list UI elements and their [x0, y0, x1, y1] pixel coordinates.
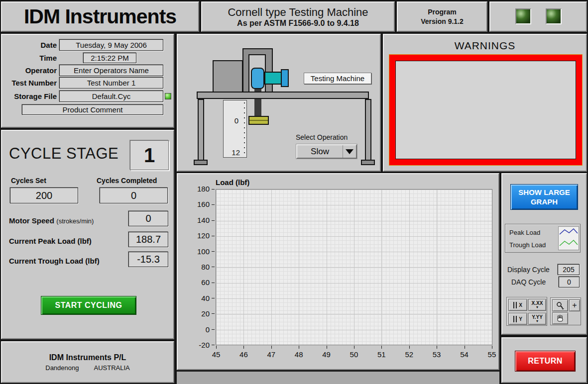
- cursor-tool-button[interactable]: +: [569, 299, 580, 311]
- header-program-panel: Program Version 9.1.2: [397, 1, 487, 32]
- test-info-panel: Date Tuesday, 9 May 2006 Time 2:15:22 PM…: [1, 34, 174, 128]
- x-axis-tick-label: 45: [209, 350, 224, 359]
- cycle-panel: CYCLE STAGE 1 Cycles Set Cycles Complete…: [1, 130, 174, 339]
- cycles-set-input[interactable]: 200: [10, 188, 78, 203]
- zoom-tool-button[interactable]: [552, 299, 568, 311]
- x-axis-tick-label: 51: [374, 350, 389, 359]
- x-format-dropdown-icon: ▾: [536, 305, 538, 309]
- testing-machine-label: Testing Machine: [304, 73, 371, 84]
- warnings-box: [389, 54, 583, 166]
- machine-left-foot: [194, 160, 208, 165]
- daq-cycle-value: 0: [559, 277, 580, 288]
- legend-line-samples[interactable]: [558, 226, 579, 250]
- machine-scale-ticks: [244, 102, 245, 155]
- time-label: Time: [2, 54, 57, 62]
- machine-platen-groove: [249, 120, 268, 121]
- x-axis-tick-label: 48: [291, 350, 306, 359]
- hand-icon: [556, 314, 564, 322]
- time-field: 2:15:22 PM: [83, 53, 136, 63]
- machine-motor-cap: [281, 69, 289, 87]
- machine-right-leg: [365, 99, 371, 161]
- operation-dropdown-value: Slow: [297, 145, 343, 158]
- legend-trough-label[interactable]: Trough Load: [509, 241, 546, 249]
- operator-label: Operator: [2, 66, 57, 75]
- x-axis-tick-label: 52: [402, 350, 417, 359]
- graph-legend: Peak Load Trough Load: [505, 224, 581, 253]
- status-led-2: [546, 8, 562, 24]
- warnings-panel: WARNINGS: [383, 34, 587, 172]
- storage-file-led: [165, 93, 171, 99]
- machine-left-leg: [198, 99, 204, 161]
- brand-title: IDM Instruments: [24, 5, 176, 28]
- machine-housing: [213, 60, 243, 94]
- select-operation-label: Select Operation: [296, 133, 348, 141]
- x-axis-tick-label: 47: [264, 350, 279, 359]
- trough-load-line-icon: [559, 238, 579, 249]
- graph-palette: +: [550, 297, 581, 325]
- y-format-button[interactable]: Y.YY ▾: [528, 313, 546, 325]
- plot-area[interactable]: [216, 189, 492, 345]
- company-city: Dandenong: [45, 364, 79, 372]
- operator-input[interactable]: Enter Operators Name: [59, 65, 163, 76]
- company-name: IDM Instruments P/L: [2, 353, 173, 362]
- y-axis-tick-label: 80: [201, 263, 210, 271]
- return-panel: RETURN: [501, 337, 587, 383]
- y-axis-tick-label: 160: [197, 200, 210, 208]
- machine-ram-rod: [254, 99, 261, 117]
- x-scale-lock-button[interactable]: X: [508, 299, 527, 311]
- y-axis-tick-label: 100: [197, 248, 210, 256]
- scale-legend: X X.XX ▾ Y Y.YY ▾: [506, 297, 547, 326]
- x-axis-labels: 4546474849505152535455: [209, 350, 499, 359]
- machine-platen: [248, 116, 269, 125]
- program-label: Program: [428, 7, 457, 17]
- machine-title: Cornell type Testing Machine: [228, 6, 368, 19]
- x-axis-tick-marks: [216, 346, 493, 349]
- cycles-completed-label: Cycles Completed: [97, 177, 157, 185]
- show-large-graph-button[interactable]: SHOW LARGE GRAPH: [510, 184, 578, 210]
- machine-motor-head: [251, 68, 264, 89]
- legend-peak-label[interactable]: Peak Load: [509, 229, 540, 236]
- motor-speed-unit: (strokes/min): [56, 217, 94, 225]
- y-axis-tick-label: 0: [206, 326, 210, 334]
- warnings-title: WARNINGS: [384, 40, 586, 52]
- motor-speed-label: Motor Speed: [9, 216, 54, 225]
- machine-table-top: [197, 92, 369, 99]
- x-axis-tick-label: 50: [347, 350, 361, 359]
- chevron-down-icon: [346, 149, 353, 154]
- display-cycle-label: Display Cycle: [507, 266, 550, 274]
- machine-scale-bottom-value: 12: [232, 148, 240, 157]
- status-led-1: [515, 8, 531, 24]
- return-button[interactable]: RETURN: [515, 351, 576, 372]
- magnifier-icon: [556, 301, 565, 309]
- y-scale-lock-button[interactable]: Y: [508, 313, 527, 325]
- y-axis-tick-label: 140: [197, 216, 210, 224]
- x-axis-tick-label: 55: [484, 350, 499, 359]
- warnings-content: [395, 61, 576, 159]
- y-axis-tick-label: 180: [197, 185, 210, 193]
- operation-dropdown[interactable]: Slow: [296, 144, 357, 159]
- start-cycling-button[interactable]: START CYCLING: [41, 296, 136, 315]
- machine-scale-top-value: 0: [235, 116, 238, 125]
- storage-file-input[interactable]: Default.Cyc: [59, 91, 163, 102]
- cycles-completed-value: 0: [100, 188, 168, 203]
- y-axis-tick-label: 120: [197, 232, 210, 240]
- motor-speed-label-row: Motor Speed (strokes/min): [9, 216, 94, 225]
- graph-panel: Load (lbf) 180160140120100806040200-20 4…: [177, 173, 499, 370]
- motor-speed-value: 0: [128, 211, 168, 226]
- test-number-input[interactable]: Test Number 1: [59, 77, 163, 89]
- x-axis-tick-label: 53: [429, 350, 444, 359]
- trough-load-value: -15.3: [128, 252, 168, 267]
- header-led-panel: [489, 1, 587, 32]
- y-scale-letter: Y: [519, 316, 522, 322]
- machine-right-foot: [361, 160, 375, 165]
- product-comment-input[interactable]: Product Comment: [22, 104, 163, 115]
- x-format-button[interactable]: X.XX ▾: [528, 299, 546, 311]
- dropdown-arrow-zone[interactable]: [343, 145, 356, 158]
- machine-motor-body: [264, 72, 282, 85]
- y-axis-tick-marks: [212, 189, 215, 345]
- display-cycle-input[interactable]: 205: [558, 264, 580, 275]
- x-axis-tick-label: 49: [319, 350, 334, 359]
- x-scale-letter: X: [519, 302, 522, 308]
- x-axis-tick-label: 46: [236, 350, 251, 359]
- pan-tool-button[interactable]: [552, 312, 568, 324]
